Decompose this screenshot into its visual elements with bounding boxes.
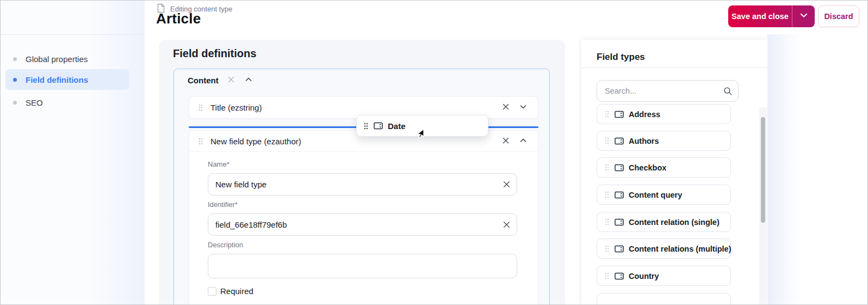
sidebar-item-field-definitions[interactable]: Field definitions (5, 69, 129, 90)
drag-handle-icon (605, 164, 609, 171)
field-type-item-address[interactable]: Address (597, 104, 731, 124)
field-type-icon (615, 245, 624, 253)
required-checkbox-label: Required (220, 286, 253, 296)
field-type-icon (615, 218, 624, 227)
field-type-label: Authors (629, 137, 659, 145)
field-definition-form: Name* Identifier* Description Require (208, 160, 517, 296)
field-type-item-content-query[interactable]: Content query (597, 185, 731, 205)
dragged-field-type-date[interactable]: Date (356, 115, 488, 137)
drag-handle-icon[interactable] (199, 104, 203, 111)
clear-input-icon[interactable] (503, 221, 511, 229)
field-type-icon (615, 163, 624, 172)
identifier-field[interactable] (208, 213, 517, 236)
field-type-label: Content query (629, 191, 682, 199)
discard-button[interactable]: Discard (818, 5, 859, 27)
collapse-field-button[interactable] (518, 136, 528, 146)
save-and-close-split-button: Save and close (728, 5, 815, 27)
field-group-content: Content Title (ezstring) (173, 69, 550, 305)
drag-handle-icon (605, 137, 609, 144)
sidebar-item-label: SEO (26, 98, 43, 107)
close-icon (502, 103, 510, 112)
content-type-editor: Global properties Field definitions SEO … (0, 0, 868, 305)
sidebar-item-label: Field definitions (26, 75, 88, 84)
drag-handle-icon[interactable] (199, 138, 203, 145)
field-type-item-checkbox[interactable]: Checkbox (597, 157, 731, 178)
drag-handle-icon (605, 245, 609, 252)
section-title: Field definitions (173, 47, 256, 60)
identifier-field-label: Identifier* (208, 200, 517, 209)
description-field-label: Description (208, 241, 517, 249)
drag-handle-icon (605, 218, 609, 225)
field-type-item-content-relations-multiple[interactable]: Content relations (multiple) (597, 239, 731, 259)
field-type-item-partial[interactable] (597, 293, 731, 305)
dragged-item-label: Date (388, 121, 406, 131)
field-definition-label: New field type (ezauthor) (210, 137, 301, 146)
field-types-search (597, 80, 739, 102)
bullet-icon (13, 101, 17, 105)
bullet-icon (13, 78, 17, 82)
required-checkbox-row: Required (208, 286, 517, 296)
collapse-group-button[interactable] (244, 75, 253, 85)
field-type-icon (615, 272, 624, 280)
field-type-label: Country (629, 272, 659, 280)
save-and-close-button[interactable]: Save and close (728, 5, 792, 27)
search-input[interactable] (597, 80, 739, 102)
field-type-label: Address (629, 110, 660, 119)
scrollbar-thumb[interactable] (761, 117, 765, 223)
field-type-icon (615, 137, 624, 145)
chevron-down-icon (519, 103, 527, 112)
drag-handle-icon (605, 111, 609, 118)
name-field-label: Name* (208, 160, 517, 168)
close-icon (227, 76, 235, 85)
panel-edge-gradient (767, 34, 800, 305)
field-definition-new-field-type[interactable]: New field type (ezauthor) Name* (189, 130, 538, 305)
drag-handle-icon (605, 272, 609, 279)
description-field[interactable] (208, 254, 517, 278)
bullet-icon (13, 57, 17, 61)
chevron-up-icon (519, 137, 527, 146)
sidebar-item-global-properties[interactable]: Global properties (5, 48, 129, 69)
chevron-up-icon (245, 76, 252, 85)
save-options-dropdown-button[interactable] (792, 5, 815, 27)
search-icon (723, 87, 733, 96)
sidebar-item-label: Global properties (26, 54, 88, 64)
remove-group-button[interactable] (226, 75, 236, 85)
field-group-name: Content (188, 76, 219, 85)
field-type-item-country[interactable]: Country (597, 266, 731, 286)
scrollbar-track[interactable] (759, 107, 767, 305)
expand-field-button[interactable] (518, 103, 528, 113)
field-type-label: Checkbox (629, 163, 666, 172)
field-definition-label: Title (ezstring) (210, 103, 262, 112)
chevron-down-icon (799, 11, 808, 22)
field-type-icon (374, 121, 383, 130)
field-group-header: Content (188, 75, 253, 85)
remove-field-button[interactable] (501, 136, 511, 146)
sidebar-divider (1, 34, 145, 35)
field-types-title: Field types (597, 52, 645, 63)
field-type-label: Content relation (single) (629, 218, 720, 227)
field-type-icon (615, 110, 624, 119)
close-icon (502, 137, 510, 146)
anchor-sidebar: Global properties Field definitions SEO (1, 1, 145, 305)
clear-input-icon[interactable] (503, 180, 511, 188)
field-type-item-content-relation-single[interactable]: Content relation (single) (597, 212, 731, 232)
panel-divider (581, 68, 767, 68)
page-title: Article (156, 10, 201, 27)
field-type-label: Content relations (multiple) (629, 245, 731, 253)
name-field[interactable] (208, 173, 517, 196)
field-types-panel: Field types Address Authors Checkbox C (581, 40, 767, 305)
field-definitions-section: Field definitions Content Title (ezstrin… (159, 40, 565, 305)
drag-handle-icon (605, 191, 609, 198)
field-type-item-authors[interactable]: Authors (597, 131, 731, 151)
required-checkbox[interactable] (208, 287, 216, 296)
field-type-icon (615, 191, 624, 199)
sidebar-item-seo[interactable]: SEO (5, 92, 129, 113)
drag-handle-icon (364, 123, 368, 130)
remove-field-button[interactable] (501, 103, 511, 113)
